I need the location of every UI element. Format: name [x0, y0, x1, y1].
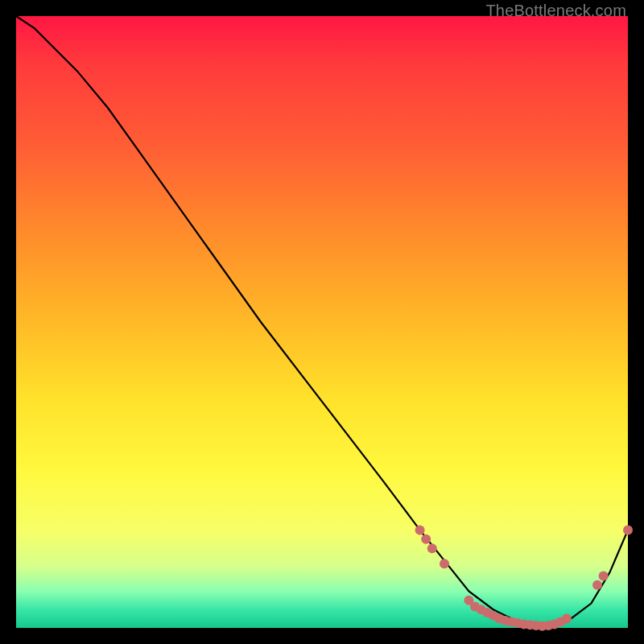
chart-svg	[16, 16, 628, 628]
data-point	[599, 571, 609, 580]
data-point	[592, 580, 602, 590]
bottleneck-curve	[16, 16, 628, 628]
data-point	[415, 525, 425, 535]
data-points-group	[415, 525, 633, 630]
data-point	[421, 535, 431, 544]
data-point	[440, 559, 449, 568]
data-point	[623, 525, 633, 535]
data-point	[562, 614, 572, 624]
watermark-text: TheBottleneck.com	[485, 2, 626, 20]
data-point	[427, 543, 437, 553]
chart-frame	[16, 16, 628, 628]
